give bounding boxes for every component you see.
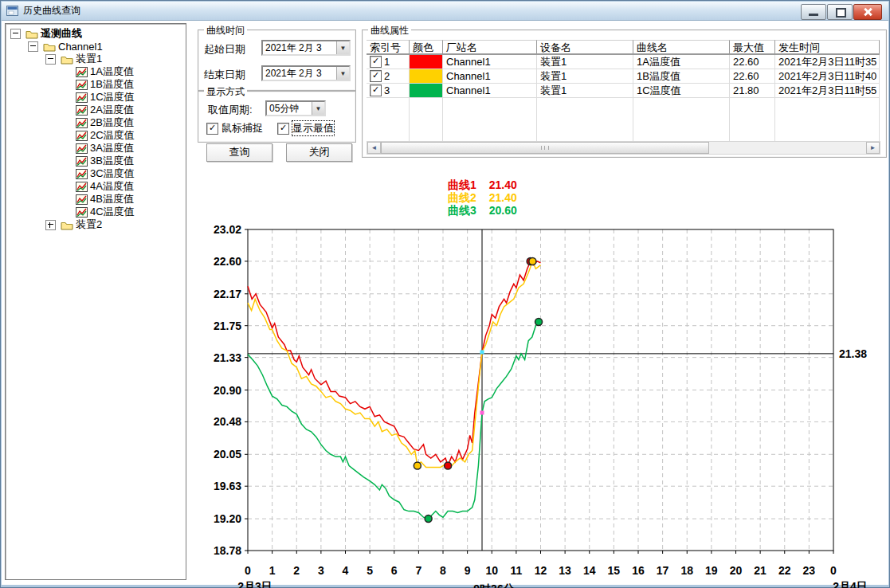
query-button[interactable]: 查询 xyxy=(206,143,272,162)
sample-period-dropdown-icon[interactable]: ▼ xyxy=(312,102,324,115)
show-extremes-checkbox[interactable]: ✓ 显示最值 xyxy=(277,121,334,135)
table-header-3[interactable]: 设备名 xyxy=(537,40,633,55)
curve-icon xyxy=(76,156,88,167)
table-header-5[interactable]: 最大值 xyxy=(730,40,775,55)
cell-station: Channel1 xyxy=(443,55,537,69)
series-line-曲线2 xyxy=(248,261,541,468)
tree-node-2A温度值[interactable]: 2A温度值 xyxy=(6,104,186,116)
x-tick-label: 9 xyxy=(465,564,471,577)
row-checkbox[interactable]: ✓ xyxy=(370,84,382,96)
tree-node-label: 遥测曲线 xyxy=(41,26,82,41)
tree-node-2B温度值[interactable]: 2B温度值 xyxy=(6,116,186,129)
cell-device: 装置1 xyxy=(537,55,633,69)
table-header-0[interactable]: 索引号 xyxy=(367,40,410,55)
cell-max-time: 2021年2月3日11时40 xyxy=(775,69,880,84)
tree-node-4A温度值[interactable]: 4A温度值 xyxy=(6,180,186,193)
tree-node-3A温度值[interactable]: 3A温度值 xyxy=(6,142,186,155)
table-header-4[interactable]: 曲线名 xyxy=(633,40,730,55)
tree-node-1C温度值[interactable]: 1C温度值 xyxy=(6,91,186,104)
end-date-value: 2021年 2月 3 xyxy=(263,67,336,80)
tree-node-Channel1[interactable]: Channel1 xyxy=(6,40,186,53)
table-row[interactable]: ✓3Channel1装置11C温度值21.802021年2月3日11时55 xyxy=(367,84,880,98)
tree-node-1B温度值[interactable]: 1B温度值 xyxy=(6,78,186,91)
snap-marker xyxy=(480,411,484,415)
table-header-2[interactable]: 厂站名 xyxy=(443,40,537,55)
extreme-marker xyxy=(445,462,452,469)
folder-icon xyxy=(43,41,56,52)
history-curve-chart[interactable]: 23.0222.6022.1721.7521.3320.9020.4820.05… xyxy=(195,220,890,588)
curve-color-swatch xyxy=(410,84,442,97)
x-tick-label: 5 xyxy=(367,564,373,577)
cell-device: 装置1 xyxy=(537,84,633,98)
table-hscrollbar[interactable]: ◄ ► xyxy=(367,141,880,155)
restore-button[interactable] xyxy=(827,4,853,20)
start-date-dropdown-icon[interactable]: ▼ xyxy=(336,41,349,54)
tree-expander-plus-icon[interactable] xyxy=(45,220,56,230)
row-checkbox[interactable]: ✓ xyxy=(370,56,382,68)
tree-node-遥测曲线[interactable]: 遥测曲线 xyxy=(6,27,186,40)
tree-expander-minus-icon[interactable] xyxy=(10,29,21,39)
table-empty-row xyxy=(367,112,880,127)
scrollbar-thumb[interactable] xyxy=(381,142,709,154)
x-tick-label: 20 xyxy=(730,564,743,577)
scroll-left-button[interactable]: ◄ xyxy=(367,142,381,154)
end-date-picker[interactable]: 2021年 2月 3 ▼ xyxy=(261,65,351,81)
title-bar[interactable]: 历史曲线查询 xyxy=(2,2,888,21)
tree-node-3C温度值[interactable]: 3C温度值 xyxy=(6,167,186,180)
x-tick-label: 1 xyxy=(269,564,276,577)
close-button[interactable] xyxy=(853,4,882,20)
legend-row: 曲线320.60 xyxy=(448,204,517,217)
cell-curve-name: 1A温度值 xyxy=(633,55,730,69)
x-tick-label: 16 xyxy=(632,564,645,577)
cell-curve-name: 1B温度值 xyxy=(633,69,730,84)
cell-max-value: 22.60 xyxy=(730,55,775,69)
legend-curve-value: 20.60 xyxy=(489,204,517,217)
row-checkbox[interactable]: ✓ xyxy=(370,70,382,82)
x-date-left-label: 2月3日 xyxy=(237,580,272,588)
tree-node-2C温度值[interactable]: 2C温度值 xyxy=(6,129,186,142)
x-tick-label: 18 xyxy=(680,564,693,577)
tree-expander-minus-icon[interactable] xyxy=(28,41,38,52)
table-header-6[interactable]: 发生时间 xyxy=(775,40,880,55)
tree-node-装置2[interactable]: 装置2 xyxy=(6,218,186,231)
y-tick-label: 19.20 xyxy=(214,512,241,525)
mouse-capture-checkmark-icon: ✓ xyxy=(206,123,218,135)
tree-node-1A温度值[interactable]: 1A温度值 xyxy=(6,65,186,78)
scrollbar-track[interactable] xyxy=(381,142,866,154)
x-tick-label: 13 xyxy=(559,564,571,577)
end-date-dropdown-icon[interactable]: ▼ xyxy=(336,67,349,80)
app-icon xyxy=(6,6,18,16)
x-tick-label: 0 xyxy=(830,564,837,577)
sample-period-select[interactable]: 05分钟 ▼ xyxy=(265,100,326,116)
curve-icon xyxy=(76,92,88,103)
x-tick-label: 15 xyxy=(608,564,621,577)
tree-node-4B温度值[interactable]: 4B温度值 xyxy=(6,193,186,206)
start-date-picker[interactable]: 2021年 2月 3 ▼ xyxy=(261,40,351,56)
minimize-button[interactable] xyxy=(801,4,826,20)
x-tick-label: 21 xyxy=(754,564,766,577)
x-tick-label: 7 xyxy=(415,564,421,577)
close-dialog-button[interactable]: 关闭 xyxy=(286,143,352,162)
table-row[interactable]: ✓2Channel1装置11B温度值22.602021年2月3日11时40 xyxy=(367,69,880,84)
curve-icon xyxy=(76,67,88,77)
folder-icon xyxy=(25,29,38,39)
scroll-right-button[interactable]: ► xyxy=(866,142,880,154)
tree-node-4C温度值[interactable]: 4C温度值 xyxy=(6,206,186,218)
table-row[interactable]: ✓1Channel1装置11A温度值22.602021年2月3日11时35 xyxy=(367,55,880,69)
table-header-1[interactable]: 颜色 xyxy=(410,40,443,55)
table-empty-row xyxy=(367,98,880,112)
tree-node-装置1[interactable]: 装置1 xyxy=(6,53,186,65)
mouse-capture-checkbox[interactable]: ✓ 鼠标捕捉 xyxy=(206,121,263,135)
start-date-label: 起始日期 xyxy=(204,42,245,57)
y-tick-label: 20.48 xyxy=(214,415,241,428)
extreme-marker xyxy=(535,318,543,325)
x-tick-label: 14 xyxy=(583,564,596,577)
y-tick-label: 20.90 xyxy=(214,384,241,397)
tree-expander-minus-icon[interactable] xyxy=(45,54,56,65)
tree-node-3B温度值[interactable]: 3B温度值 xyxy=(6,155,186,167)
legend-row: 曲线221.40 xyxy=(448,191,517,204)
curve-tree[interactable]: 遥测曲线Channel1装置11A温度值1B温度值1C温度值2A温度值2B温度值… xyxy=(5,23,186,580)
x-tick-label: 22 xyxy=(778,564,791,577)
restore-icon xyxy=(836,8,846,18)
curve-time-group-title: 曲线时间 xyxy=(204,24,247,37)
